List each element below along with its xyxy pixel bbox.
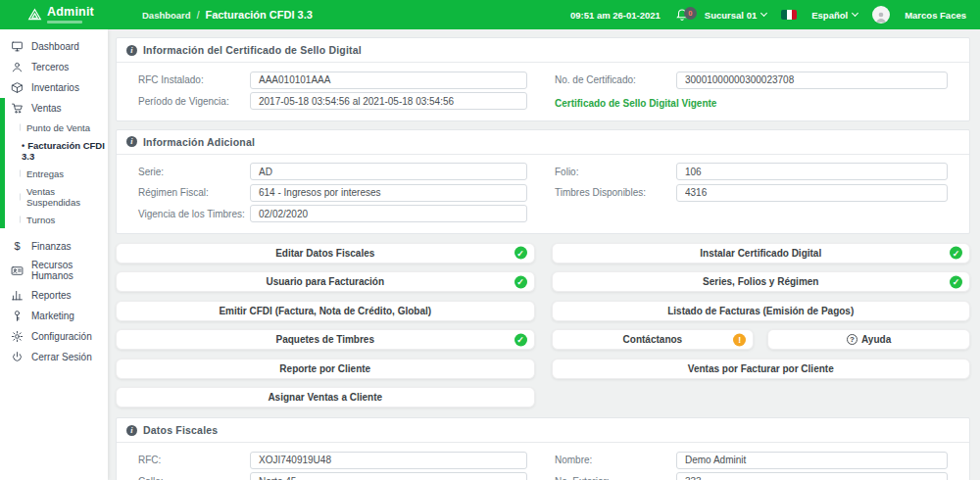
timbres-disponibles-field[interactable]	[676, 184, 948, 202]
contactanos-button[interactable]: Contáctanos !	[552, 329, 755, 350]
sidebar-item-marketing[interactable]: Marketing	[0, 306, 108, 326]
warning-icon: !	[733, 333, 746, 346]
emitir-cfdi-button[interactable]: Emitir CFDI (Factura, Nota de Crédito, G…	[116, 301, 535, 321]
sidebar-item-ventas[interactable]: Ventas	[0, 98, 108, 119]
sidebar-item-facturacion-cfdi[interactable]: •Facturación CFDI 3.3	[0, 136, 108, 165]
rfc-instalado-label: RFC Instalado:	[117, 74, 250, 85]
box-icon	[11, 81, 24, 94]
sidebar-item-turnos[interactable]: Turnos	[0, 211, 108, 228]
ventas-por-facturar-button[interactable]: Ventas por Facturar por Cliente	[552, 359, 971, 379]
brand-logo[interactable]: Adminit	[27, 6, 130, 24]
sidebar-item-terceros[interactable]: Terceros	[0, 57, 108, 77]
rfc-instalado-field[interactable]	[250, 72, 527, 89]
brand-name: Adminit	[47, 6, 94, 19]
sidebar-item-label: Reportes	[31, 290, 72, 301]
sidebar-item-inventarios[interactable]: Inventarios	[0, 77, 108, 98]
no-exterior-field[interactable]	[676, 472, 948, 480]
serie-field[interactable]	[250, 163, 527, 180]
shopping-cart-icon	[11, 102, 24, 115]
timbres-disponibles-label: Timbres Disponibles:	[543, 187, 676, 198]
panel-title: Información Adicional	[143, 136, 255, 148]
breadcrumb: Dashboard / Facturación CFDI 3.3	[142, 9, 313, 21]
language-label: Español	[811, 10, 848, 21]
no-certificado-field[interactable]	[676, 72, 948, 89]
bar-chart-icon	[11, 289, 24, 302]
asignar-ventas-button[interactable]: Asignar Ventas a Cliente	[116, 387, 535, 408]
listado-facturas-button[interactable]: Listado de Facturas (Emisión de Pagos)	[552, 301, 971, 321]
serie-label: Serie:	[117, 167, 250, 177]
info-icon: i	[126, 136, 137, 147]
sidebar-item-configuracion[interactable]: Configuración	[0, 326, 108, 347]
sidebar-item-ventas-suspendidas[interactable]: Ventas Suspendidas	[0, 182, 108, 211]
instalar-certificado-button[interactable]: Instalar Certificado Digital ✓	[552, 243, 971, 264]
sidebar-item-label: Inventarios	[31, 82, 79, 93]
reporte-por-cliente-button[interactable]: Reporte por Cliente	[116, 359, 535, 379]
calle-field[interactable]	[250, 472, 527, 480]
check-icon: ✓	[514, 275, 527, 288]
sidebar-item-reportes[interactable]: Reportes	[0, 285, 108, 306]
adminit-triangle-icon	[27, 8, 42, 22]
brand-tagline	[47, 21, 82, 24]
panel-title: Información del Certificado de Sello Dig…	[143, 44, 362, 56]
check-icon: ✓	[950, 275, 962, 288]
sidebar-item-label: Recursos Humanos	[31, 260, 108, 281]
panel-certificado-sello-digital: i Información del Certificado de Sello D…	[116, 37, 970, 121]
notifications-button[interactable]: 0	[675, 7, 690, 23]
mexico-flag-icon	[781, 10, 797, 20]
sidebar-item-label: Terceros	[31, 62, 69, 72]
sidebar-item-dashboard[interactable]: Dashboard	[0, 36, 108, 57]
nombre-field[interactable]	[676, 452, 948, 469]
editar-datos-fiscales-button[interactable]: Editar Datos Fiscales ✓	[116, 243, 535, 264]
rfc-field[interactable]	[250, 452, 527, 469]
language-selector[interactable]: Español	[811, 10, 858, 21]
panel-datos-fiscales: i Datos Fiscales RFC: Calle: Interior:	[116, 417, 970, 480]
user-avatar[interactable]	[872, 6, 890, 24]
usuario-facturacion-button[interactable]: Usuario para Facturación ✓	[116, 271, 535, 292]
regimen-fiscal-field[interactable]	[250, 184, 527, 202]
info-icon: i	[126, 45, 137, 56]
paquetes-timbres-button[interactable]: Paquetes de Timbres ✓	[116, 329, 535, 350]
branch-selector[interactable]: Sucursal 01	[705, 10, 766, 21]
check-icon: ✓	[514, 247, 527, 260]
breadcrumb-current: Facturación CFDI 3.3	[205, 9, 312, 21]
no-certificado-label: No. de Certificado:	[543, 74, 676, 85]
no-exterior-label: No. Exterior:	[543, 476, 676, 480]
sidebar-item-cerrar-sesion[interactable]: Cerrar Sesión	[0, 347, 108, 367]
actions-grid: Editar Datos Fiscales ✓ Instalar Certifi…	[116, 243, 970, 408]
sidebar-item-punto-de-venta[interactable]: Punto de Venta	[0, 119, 108, 136]
breadcrumb-separator: /	[197, 10, 200, 21]
person-silhouette-icon	[874, 10, 888, 24]
nombre-label: Nombre:	[543, 455, 676, 465]
top-bar: Adminit Dashboard / Facturación CFDI 3.3…	[0, 0, 980, 29]
sidebar-group-ventas: Ventas Punto de Venta •Facturación CFDI …	[0, 98, 108, 228]
main-content: i Información del Certificado de Sello D…	[108, 29, 980, 480]
sidebar-item-label: Dashboard	[31, 41, 79, 52]
ayuda-button[interactable]: ? Ayuda	[767, 329, 970, 350]
sidebar-item-label: Configuración	[31, 331, 92, 342]
calle-label: Calle:	[117, 476, 250, 480]
breadcrumb-dashboard[interactable]: Dashboard	[142, 10, 191, 21]
sidebar-item-entregas[interactable]: Entregas	[0, 165, 108, 182]
sidebar-item-recursos-humanos[interactable]: Recursos Humanos	[0, 256, 108, 285]
sidebar-item-finanzas[interactable]: $ Finanzas	[0, 236, 108, 256]
vigencia-timbres-field[interactable]	[250, 205, 527, 222]
folio-field[interactable]	[676, 163, 948, 180]
info-icon: i	[126, 425, 137, 436]
sidebar-item-label: Ventas	[31, 103, 62, 114]
check-icon: ✓	[514, 333, 527, 346]
key-icon	[11, 310, 24, 322]
sidebar-item-label: Marketing	[31, 311, 74, 321]
rfc-label: RFC:	[117, 455, 250, 465]
monitor-icon	[11, 40, 24, 53]
branch-label: Sucursal 01	[705, 10, 757, 21]
dollar-icon: $	[11, 240, 24, 252]
panel-informacion-adicional: i Información Adicional Serie: Régimen F…	[116, 129, 970, 234]
notifications-badge: 0	[684, 7, 697, 20]
datetime-display: 09:51 am 26-01-2021	[570, 10, 661, 21]
sidebar-item-label: Finanzas	[31, 241, 72, 252]
check-icon: ✓	[950, 247, 962, 260]
sidebar: Dashboard Terceros Inventarios Ventas Pu…	[0, 29, 108, 480]
vigencia-timbres-label: Vigencia de los Timbres:	[117, 209, 250, 219]
periodo-vigencia-field[interactable]	[250, 92, 527, 110]
series-folios-regimen-button[interactable]: Series, Folios y Régimen ✓	[552, 271, 971, 292]
